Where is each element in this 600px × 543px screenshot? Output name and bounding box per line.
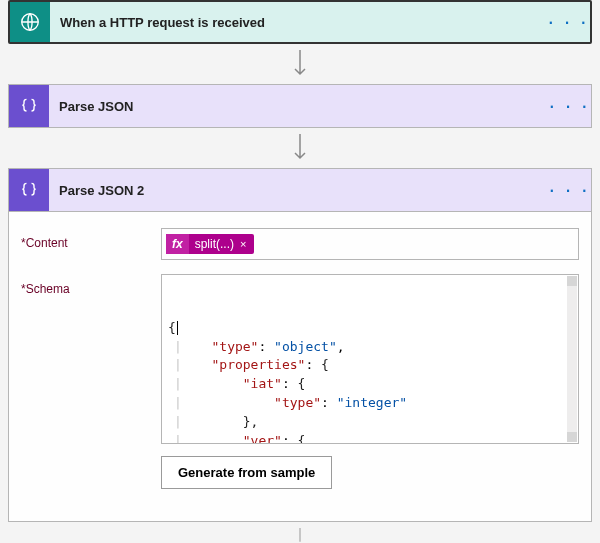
expression-token[interactable]: fx split(...) × xyxy=(166,234,254,254)
step2-menu-button[interactable]: · · · xyxy=(547,169,591,211)
content-input[interactable]: fx split(...) × xyxy=(161,228,579,260)
json-icon xyxy=(9,85,49,127)
scrollbar[interactable] xyxy=(567,276,577,442)
scroll-down-icon[interactable] xyxy=(567,432,577,442)
json-icon xyxy=(9,169,49,211)
step1-menu-button[interactable]: · · · xyxy=(547,85,591,127)
fx-icon: fx xyxy=(166,234,189,254)
token-remove-icon[interactable]: × xyxy=(240,238,246,250)
parse-json-card[interactable]: Parse JSON · · · xyxy=(8,84,592,128)
schema-textarea[interactable]: {| "type": "object",| "properties": {| "… xyxy=(161,274,579,444)
parse-json-2-card[interactable]: Parse JSON 2 · · · xyxy=(8,168,592,212)
content-label: *Content xyxy=(21,228,161,250)
token-text: split(...) xyxy=(195,237,234,251)
http-trigger-icon xyxy=(10,2,50,42)
step1-title: Parse JSON xyxy=(49,85,547,127)
trigger-menu-button[interactable]: · · · xyxy=(546,2,590,42)
flow-arrow xyxy=(8,522,592,543)
schema-label: *Schema xyxy=(21,274,161,296)
flow-arrow xyxy=(8,44,592,84)
scroll-up-icon[interactable] xyxy=(567,276,577,286)
generate-from-sample-button[interactable]: Generate from sample xyxy=(161,456,332,489)
step2-panel: *Content fx split(...) × *Schema {| "typ… xyxy=(8,212,592,522)
step2-title: Parse JSON 2 xyxy=(49,169,547,211)
trigger-title: When a HTTP request is received xyxy=(50,2,546,42)
flow-arrow xyxy=(8,128,592,168)
trigger-card[interactable]: When a HTTP request is received · · · xyxy=(8,0,592,44)
